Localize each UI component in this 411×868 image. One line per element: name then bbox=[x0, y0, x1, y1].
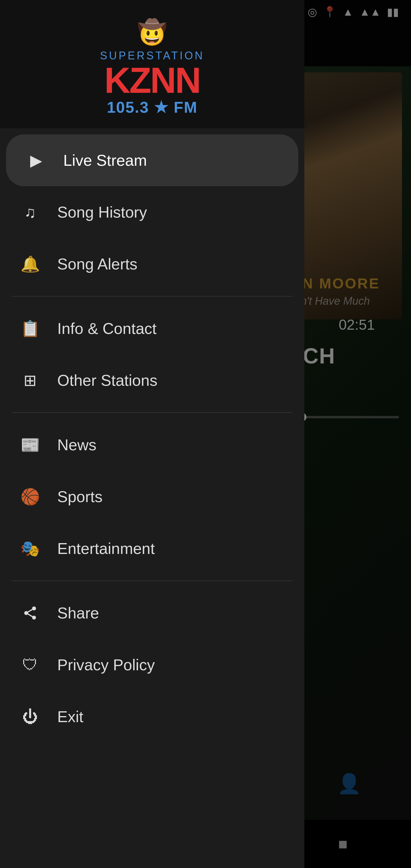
menu-item-live-stream[interactable]: ▶ Live Stream bbox=[6, 134, 298, 186]
song-alerts-label: Song Alerts bbox=[57, 255, 137, 273]
live-stream-label: Live Stream bbox=[63, 151, 147, 169]
live-stream-icon: ▶ bbox=[24, 148, 48, 173]
nav-drawer: 🤠 Superstation KZNN 105.3 ★ FM ▶ Live St… bbox=[0, 0, 304, 868]
share-icon bbox=[18, 601, 42, 625]
menu-item-privacy-policy[interactable]: 🛡 Privacy Policy bbox=[0, 639, 304, 691]
info-contact-label: Info & Contact bbox=[57, 319, 157, 338]
song-history-label: Song History bbox=[57, 203, 147, 221]
menu-item-news[interactable]: 📰 News bbox=[0, 419, 304, 471]
privacy-policy-label: Privacy Policy bbox=[57, 656, 155, 674]
share-label: Share bbox=[57, 604, 99, 622]
song-alerts-icon: 🔔 bbox=[18, 252, 42, 276]
info-contact-icon: 📋 bbox=[18, 316, 42, 341]
song-history-icon: ♫ bbox=[18, 200, 42, 224]
entertainment-label: Entertainment bbox=[57, 539, 155, 558]
divider-2 bbox=[12, 412, 292, 413]
menu-item-sports[interactable]: 🏀 Sports bbox=[0, 471, 304, 523]
other-stations-icon: ⊞ bbox=[18, 368, 42, 393]
privacy-policy-icon: 🛡 bbox=[18, 653, 42, 677]
news-label: News bbox=[57, 436, 96, 454]
menu-item-song-history[interactable]: ♫ Song History bbox=[0, 186, 304, 238]
logo-hat-icon: 🤠 bbox=[137, 18, 167, 46]
exit-icon: ⏻ bbox=[18, 705, 42, 729]
sports-label: Sports bbox=[57, 488, 102, 506]
other-stations-label: Other Stations bbox=[57, 371, 157, 390]
divider-1 bbox=[12, 296, 292, 297]
menu-item-entertainment[interactable]: 🎭 Entertainment bbox=[0, 523, 304, 575]
menu-item-song-alerts[interactable]: 🔔 Song Alerts bbox=[0, 238, 304, 290]
entertainment-icon: 🎭 bbox=[18, 536, 42, 561]
logo-kznn: KZNN bbox=[104, 62, 200, 98]
divider-3 bbox=[12, 581, 292, 581]
menu-item-info-contact[interactable]: 📋 Info & Contact bbox=[0, 303, 304, 354]
menu-item-share[interactable]: Share bbox=[0, 587, 304, 639]
drawer-menu: ▶ Live Stream ♫ Song History 🔔 Song Aler… bbox=[0, 128, 304, 868]
sports-icon: 🏀 bbox=[18, 485, 42, 509]
exit-label: Exit bbox=[57, 708, 84, 726]
news-icon: 📰 bbox=[18, 433, 42, 457]
menu-item-exit[interactable]: ⏻ Exit bbox=[0, 691, 304, 743]
drawer-header: 🤠 Superstation KZNN 105.3 ★ FM bbox=[0, 0, 304, 128]
logo-frequency: 105.3 ★ FM bbox=[107, 98, 197, 116]
menu-item-other-stations[interactable]: ⊞ Other Stations bbox=[0, 354, 304, 406]
logo-container: 🤠 Superstation KZNN 105.3 ★ FM bbox=[100, 18, 204, 116]
